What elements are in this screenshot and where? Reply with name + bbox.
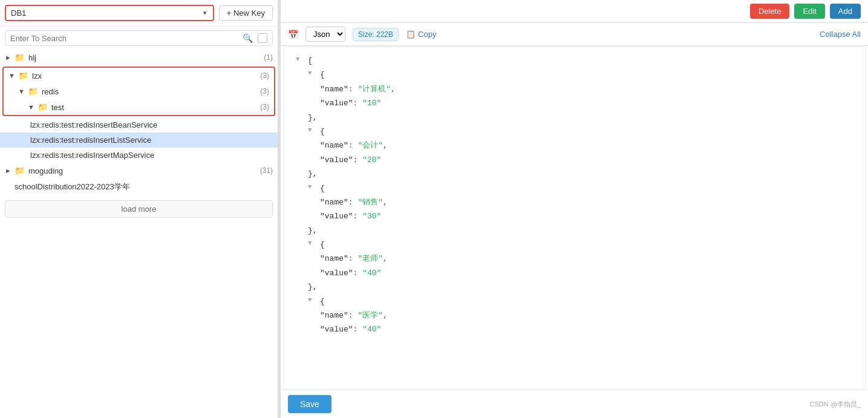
save-button[interactable]: Save	[288, 395, 331, 413]
search-icon: 🔍	[243, 33, 253, 43]
chevron-down-icon: ▼	[28, 103, 38, 111]
collapse-item4-icon[interactable]: ▼	[308, 238, 316, 250]
tree-item-hlj[interactable]: ► 📁 hlj (1)	[0, 50, 278, 65]
folder-icon: 📁	[15, 53, 25, 62]
json-item-4-open: ▼ {	[296, 238, 853, 252]
leaf-label: lzx:redis:test:redisInsertListService	[30, 136, 151, 145]
tree-item-label: test	[51, 103, 255, 112]
json-item-2-open: ▼ {	[296, 125, 853, 139]
add-button[interactable]: Add	[830, 4, 861, 19]
top-toolbar: Delete Edit Add	[281, 0, 868, 23]
json-item-3-value: "value": "30"	[296, 209, 853, 223]
tree-item-label: schoolDistribution2022-2023学年	[15, 181, 273, 192]
json-item-1-open: ▼ {	[296, 68, 853, 82]
tree-item-label: hlj	[28, 53, 259, 62]
copy-label: Copy	[418, 30, 436, 39]
search-filter-toggle[interactable]	[258, 33, 267, 43]
json-item-5-open: ▼ {	[296, 295, 853, 309]
db-select-value: DB1	[11, 8, 26, 18]
json-item-2-value: "value": "20"	[296, 153, 853, 167]
tree-item-schooldist[interactable]: schoolDistribution2022-2023学年	[0, 178, 278, 195]
tree-item-test[interactable]: ▼ 📁 test (3)	[4, 99, 274, 115]
lzx-group: ▼ 📁 lzx (3) ▼ 📁 redis (3) ▼ 📁 test (3)	[2, 67, 275, 116]
json-item-2-close: },	[296, 167, 853, 181]
delete-button[interactable]: Delete	[750, 4, 790, 19]
tree-item-label: moguding	[28, 166, 255, 175]
leaf-label: lzx:redis:test:redisInsertBeanService	[30, 120, 157, 129]
collapse-item5-icon[interactable]: ▼	[308, 295, 316, 307]
chevron-down-icon: ▼	[202, 10, 208, 16]
format-bar: 📅 Json Size: 222B 📋 Copy Collapse All	[281, 23, 868, 46]
json-item-3-name: "name": "销售",	[296, 195, 853, 209]
json-item-4-name: "name": "老师",	[296, 252, 853, 266]
edit-button[interactable]: Edit	[794, 4, 824, 19]
json-item-4-close: },	[296, 280, 853, 294]
search-bar: 🔍	[5, 30, 273, 46]
json-item-3-close: },	[296, 224, 853, 238]
tree-item-count: (3)	[260, 103, 269, 111]
tree-item-count: (31)	[260, 166, 273, 175]
json-item-5-value: "value": "40"	[296, 322, 853, 336]
chevron-right-icon: ►	[5, 167, 15, 174]
main-panel: Delete Edit Add 📅 Json Size: 222B 📋 Copy…	[281, 0, 868, 418]
copy-button[interactable]: 📋 Copy	[406, 30, 436, 39]
folder-icon: 📁	[38, 102, 48, 112]
collapse-item3-icon[interactable]: ▼	[308, 181, 316, 194]
format-select[interactable]: Json	[305, 27, 345, 42]
list-item-map[interactable]: lzx:redis:test:redisInsertMapService	[0, 148, 278, 163]
json-item-2-name: "name": "会计",	[296, 139, 853, 152]
tree-item-redis[interactable]: ▼ 📁 redis (3)	[4, 83, 274, 99]
db-select[interactable]: DB1 ▼	[5, 5, 214, 21]
folder-icon: 📁	[28, 87, 38, 96]
json-item-1-name: "name": "计算机",	[296, 82, 853, 96]
chevron-right-icon: ►	[5, 54, 15, 61]
json-item-3-open: ▼ {	[296, 181, 853, 195]
json-item-1-close: },	[296, 111, 853, 125]
copy-icon: 📋	[406, 30, 416, 39]
tree-item-label: redis	[42, 87, 255, 96]
tree-list: ► 📁 hlj (1) ▼ 📁 lzx (3) ▼ 📁 redis (3)	[0, 50, 278, 418]
tree-item-lzx[interactable]: ▼ 📁 lzx (3)	[4, 68, 274, 83]
format-icon: 📅	[288, 30, 298, 39]
leaf-label: lzx:redis:test:redisInsertMapService	[30, 151, 154, 160]
json-item-1-value: "value": "10"	[296, 96, 853, 110]
search-input[interactable]	[10, 34, 243, 43]
tree-item-count: (3)	[260, 87, 269, 96]
new-key-button[interactable]: + New Key	[219, 5, 273, 21]
sidebar: DB1 ▼ + New Key 🔍 ► 📁 hlj (1) ▼ 📁 lzx (3…	[0, 0, 278, 418]
size-badge: Size: 222B	[353, 28, 399, 41]
list-item-list[interactable]: lzx:redis:test:redisInsertListService	[0, 132, 278, 148]
watermark: CSDN @李指昆_	[809, 400, 861, 409]
folder-icon: 📁	[18, 71, 28, 80]
tree-item-moguding[interactable]: ► 📁 moguding (31)	[0, 163, 278, 178]
load-more-button[interactable]: load more	[5, 200, 273, 218]
tree-item-count: (1)	[264, 53, 273, 62]
sidebar-header: DB1 ▼ + New Key	[0, 0, 278, 27]
tree-item-label: lzx	[32, 71, 255, 80]
bottom-bar: Save CSDN @李指昆_	[281, 390, 868, 418]
chevron-down-icon: ▼	[8, 72, 18, 79]
folder-icon: 📁	[15, 166, 25, 175]
collapse-root-icon[interactable]: ▼	[296, 54, 304, 66]
collapse-all-button[interactable]: Collapse All	[820, 30, 861, 39]
tree-item-count: (3)	[260, 71, 269, 80]
collapse-item1-icon[interactable]: ▼	[308, 68, 316, 80]
json-viewer: ▼ [ ▼ { "name": "计算机", "value": "10" }, …	[283, 46, 866, 390]
json-root-open: ▼ [	[296, 54, 853, 68]
json-item-4-value: "value": "40"	[296, 266, 853, 280]
collapse-item2-icon[interactable]: ▼	[308, 125, 316, 137]
list-item-bean[interactable]: lzx:redis:test:redisInsertBeanService	[0, 117, 278, 132]
json-item-5-name: "name": "医学",	[296, 309, 853, 322]
chevron-down-icon: ▼	[18, 88, 28, 95]
